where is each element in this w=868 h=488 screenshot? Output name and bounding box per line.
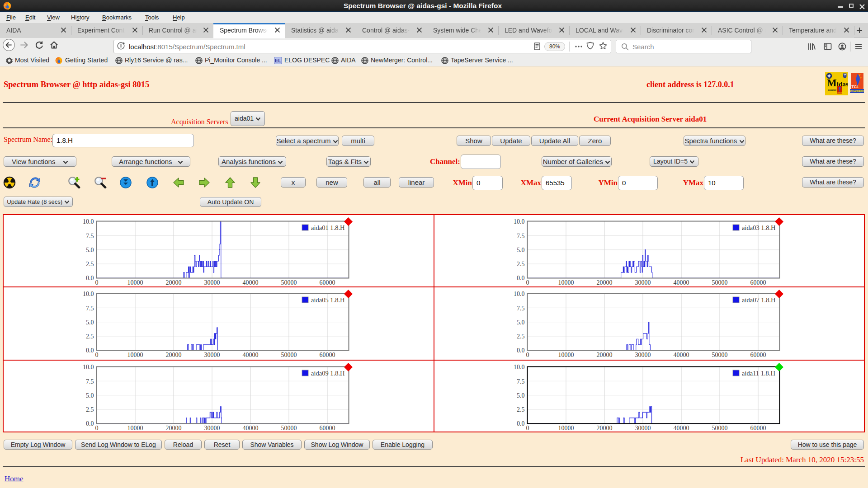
svg-text:50000: 50000 <box>712 279 728 286</box>
svg-text:7.5: 7.5 <box>86 305 94 312</box>
svg-text:0: 0 <box>95 352 99 358</box>
svg-text:aida09 1.8.H: aida09 1.8.H <box>311 370 345 377</box>
svg-text:0.0: 0.0 <box>517 347 525 354</box>
svg-text:60000: 60000 <box>750 279 766 286</box>
svg-text:30000: 30000 <box>635 279 651 286</box>
svg-text:aida01 1.8.H: aida01 1.8.H <box>311 224 345 231</box>
svg-text:50000: 50000 <box>281 352 297 358</box>
svg-text:aida03 1.8.H: aida03 1.8.H <box>742 224 776 231</box>
svg-text:5.0: 5.0 <box>86 247 94 253</box>
svg-text:TCL: TCL <box>852 84 859 89</box>
svg-text:0.0: 0.0 <box>86 347 94 354</box>
svg-text:0: 0 <box>526 425 529 432</box>
svg-text:20000: 20000 <box>597 352 613 358</box>
svg-text:10000: 10000 <box>127 425 143 432</box>
svg-text:50000: 50000 <box>712 425 728 432</box>
svg-text:POWERED: POWERED <box>850 90 864 93</box>
svg-text:10000: 10000 <box>558 279 574 286</box>
svg-text:60000: 60000 <box>320 352 335 358</box>
svg-text:2.5: 2.5 <box>517 261 525 267</box>
svg-text:5.0: 5.0 <box>517 392 525 399</box>
svg-text:7.5: 7.5 <box>86 233 94 239</box>
svg-text:10.0: 10.0 <box>514 291 525 297</box>
svg-text:5.0: 5.0 <box>86 392 94 399</box>
svg-text:5.0: 5.0 <box>86 319 94 326</box>
svg-text:0: 0 <box>95 279 99 286</box>
svg-text:EL: EL <box>275 58 281 63</box>
svg-text:5.0: 5.0 <box>517 319 525 326</box>
svg-text:aida07 1.8.H: aida07 1.8.H <box>742 296 776 304</box>
svg-text:20000: 20000 <box>166 279 182 286</box>
svg-text:0.0: 0.0 <box>517 275 525 282</box>
svg-text:0.0: 0.0 <box>517 420 525 427</box>
svg-text:60000: 60000 <box>750 352 766 358</box>
svg-text:60000: 60000 <box>320 279 335 286</box>
svg-text:40000: 40000 <box>243 279 259 286</box>
svg-text:60000: 60000 <box>320 425 335 432</box>
svg-text:aida11 1.8.H: aida11 1.8.H <box>742 370 775 377</box>
svg-text:30000: 30000 <box>204 352 220 358</box>
svg-text:0.0: 0.0 <box>86 420 94 427</box>
svg-text:2.5: 2.5 <box>86 261 94 267</box>
svg-text:2.5: 2.5 <box>86 333 94 340</box>
svg-text:50000: 50000 <box>281 425 297 432</box>
svg-text:0: 0 <box>526 279 529 286</box>
svg-text:30000: 30000 <box>204 425 220 432</box>
svg-text:2.5: 2.5 <box>517 333 525 340</box>
svg-text:20000: 20000 <box>597 425 613 432</box>
svg-text:7.5: 7.5 <box>517 233 525 239</box>
svg-text:60000: 60000 <box>750 425 766 432</box>
svg-text:10.0: 10.0 <box>514 218 525 225</box>
svg-text:50000: 50000 <box>712 352 728 358</box>
svg-text:POWERED: POWERED <box>835 92 844 94</box>
svg-text:10.0: 10.0 <box>83 291 94 297</box>
svg-text:10.0: 10.0 <box>514 364 525 371</box>
svg-text:30000: 30000 <box>204 279 220 286</box>
svg-text:40000: 40000 <box>674 352 689 358</box>
svg-text:40000: 40000 <box>243 425 259 432</box>
svg-text:2.5: 2.5 <box>517 406 525 413</box>
svg-text:20000: 20000 <box>597 279 613 286</box>
svg-text:30000: 30000 <box>635 352 651 358</box>
svg-text:30000: 30000 <box>635 425 651 432</box>
svg-text:10000: 10000 <box>127 352 143 358</box>
svg-text:0.0: 0.0 <box>86 275 94 282</box>
svg-text:10000: 10000 <box>127 279 143 286</box>
svg-text:7.5: 7.5 <box>86 378 94 385</box>
svg-text:aida05 1.8.H: aida05 1.8.H <box>311 296 345 304</box>
svg-text:10.0: 10.0 <box>83 218 94 225</box>
svg-text:40000: 40000 <box>674 279 689 286</box>
svg-text:10.0: 10.0 <box>83 364 94 371</box>
svg-text:20000: 20000 <box>166 352 182 358</box>
svg-text:0: 0 <box>526 352 529 358</box>
svg-text:7.5: 7.5 <box>517 378 525 385</box>
svg-text:10000: 10000 <box>558 352 574 358</box>
svg-text:7.5: 7.5 <box>517 305 525 312</box>
svg-text:40000: 40000 <box>243 352 259 358</box>
svg-text:20000: 20000 <box>166 425 182 432</box>
svg-text:5.0: 5.0 <box>517 247 525 253</box>
svg-text:40000: 40000 <box>674 425 689 432</box>
svg-text:50000: 50000 <box>281 279 297 286</box>
svg-text:10000: 10000 <box>558 425 574 432</box>
svg-text:0: 0 <box>95 425 99 432</box>
svg-text:2.5: 2.5 <box>86 406 94 413</box>
